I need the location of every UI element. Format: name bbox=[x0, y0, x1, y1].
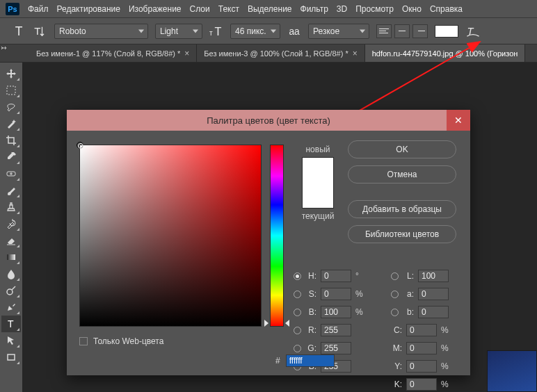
pen-tool[interactable] bbox=[1, 299, 21, 316]
dialog-title: Палитра цветов (цвет текста) bbox=[207, 115, 330, 126]
saturation-value-field[interactable] bbox=[79, 145, 262, 327]
radio-r[interactable] bbox=[294, 327, 301, 334]
radio-s[interactable] bbox=[294, 291, 301, 298]
input-lab-b[interactable] bbox=[418, 306, 449, 318]
hsb-group: H: ° S: % B: % bbox=[294, 268, 365, 320]
eraser-tool[interactable] bbox=[1, 232, 21, 249]
sv-cursor-icon bbox=[77, 142, 83, 149]
unit-percent: % bbox=[441, 343, 451, 353]
menu-window[interactable]: Окно bbox=[402, 4, 422, 14]
label-l: L: bbox=[403, 271, 414, 281]
rectangle-tool[interactable] bbox=[1, 349, 21, 366]
gradient-tool[interactable] bbox=[1, 249, 21, 266]
align-center-button[interactable] bbox=[394, 24, 410, 38]
crop-tool[interactable] bbox=[1, 132, 21, 149]
menu-edit[interactable]: Редактирование bbox=[57, 4, 120, 14]
input-b[interactable] bbox=[321, 306, 351, 318]
add-to-swatches-button[interactable]: Добавить в образцы bbox=[348, 200, 456, 218]
font-family-value: Roboto bbox=[59, 26, 86, 36]
label-a: a: bbox=[403, 289, 414, 299]
input-l[interactable] bbox=[418, 270, 449, 282]
options-bar: T T Roboto Light тТ 46 пикс. aa Резкое T bbox=[0, 18, 537, 44]
label-m: M: bbox=[391, 343, 402, 353]
radio-g[interactable] bbox=[294, 345, 301, 352]
move-tool[interactable] bbox=[1, 65, 21, 82]
font-size-select[interactable]: 46 пикс. bbox=[230, 24, 280, 39]
unit-percent: % bbox=[441, 325, 451, 335]
menu-filter[interactable]: Фильтр bbox=[300, 4, 328, 14]
document-tab[interactable]: Без имени-3 @ 100% (Слой 1, RGB/8#) * × bbox=[197, 44, 364, 62]
clone-stamp-tool[interactable] bbox=[1, 199, 21, 215]
path-selection-tool[interactable] bbox=[1, 332, 21, 349]
label-h: H: bbox=[305, 271, 316, 281]
dialog-titlebar[interactable]: Палитра цветов (цвет текста) ✕ bbox=[67, 110, 470, 131]
menu-image[interactable]: Изображение bbox=[129, 4, 182, 14]
blur-tool[interactable] bbox=[1, 266, 21, 282]
input-h[interactable] bbox=[321, 270, 351, 282]
radio-lab-b[interactable] bbox=[391, 309, 399, 316]
color-compare-swatch[interactable] bbox=[302, 157, 334, 209]
warp-text-icon[interactable]: T bbox=[465, 24, 481, 38]
dodge-tool[interactable] bbox=[1, 282, 21, 299]
hue-slider[interactable] bbox=[270, 145, 284, 327]
cancel-button[interactable]: Отмена bbox=[348, 165, 456, 183]
menu-type[interactable]: Текст bbox=[218, 4, 239, 14]
close-icon[interactable]: × bbox=[184, 49, 189, 58]
panel-expand-icon[interactable] bbox=[0, 44, 10, 51]
unit-percent: % bbox=[355, 307, 365, 317]
align-right-button[interactable] bbox=[412, 24, 428, 38]
menu-help[interactable]: Справка bbox=[430, 4, 463, 14]
dialog-buttons: OK Отмена Добавить в образцы Библиотеки … bbox=[348, 140, 456, 243]
web-colors-label: Только Web-цвета bbox=[93, 336, 163, 346]
lasso-tool[interactable] bbox=[1, 99, 21, 115]
new-color-label: новый bbox=[294, 145, 342, 154]
radio-l[interactable] bbox=[391, 272, 399, 280]
antialias-value: Резкое bbox=[313, 26, 339, 36]
svg-text:т: т bbox=[209, 29, 213, 37]
color-libraries-button[interactable]: Библиотеки цветов bbox=[348, 225, 456, 243]
input-g[interactable] bbox=[321, 342, 351, 354]
checkbox-icon[interactable] bbox=[79, 337, 88, 345]
menu-3d[interactable]: 3D bbox=[337, 4, 347, 14]
menu-select[interactable]: Выделение bbox=[248, 4, 292, 14]
antialias-select[interactable]: Резкое bbox=[308, 24, 369, 39]
font-weight-select[interactable]: Light bbox=[155, 24, 202, 39]
input-c[interactable] bbox=[406, 324, 437, 336]
menu-layers[interactable]: Слои bbox=[190, 4, 210, 14]
brush-tool[interactable] bbox=[1, 182, 21, 199]
svg-rect-9 bbox=[7, 254, 15, 260]
tool-preset-icon[interactable]: T bbox=[13, 24, 26, 38]
document-tab[interactable]: hdfon.ru-447579140.jpg @ 100% (Горизон bbox=[365, 44, 526, 62]
healing-brush-tool[interactable] bbox=[1, 165, 21, 182]
type-tool[interactable]: T bbox=[1, 316, 21, 332]
text-color-swatch[interactable] bbox=[435, 25, 458, 38]
radio-b[interactable] bbox=[294, 309, 301, 316]
unit-percent: % bbox=[441, 361, 451, 371]
eyedropper-tool[interactable] bbox=[1, 149, 21, 165]
radio-h[interactable] bbox=[294, 272, 301, 280]
orientation-icon[interactable]: T bbox=[33, 24, 47, 38]
close-icon[interactable]: × bbox=[353, 49, 358, 58]
input-m[interactable] bbox=[406, 342, 437, 354]
image-preview bbox=[487, 350, 537, 392]
radio-a[interactable] bbox=[391, 291, 399, 298]
input-k[interactable] bbox=[406, 378, 437, 391]
hex-input[interactable] bbox=[286, 354, 335, 367]
input-s[interactable] bbox=[321, 288, 351, 300]
menu-file[interactable]: Файл bbox=[28, 4, 49, 14]
history-brush-tool[interactable] bbox=[1, 215, 21, 232]
ok-button[interactable]: OK bbox=[348, 140, 456, 158]
input-a[interactable] bbox=[418, 288, 449, 300]
align-left-button[interactable] bbox=[376, 24, 392, 38]
marquee-tool[interactable] bbox=[1, 82, 21, 99]
unit-degree: ° bbox=[355, 271, 365, 281]
web-colors-only[interactable]: Только Web-цвета bbox=[79, 336, 163, 346]
input-y[interactable] bbox=[406, 360, 437, 373]
close-button[interactable]: ✕ bbox=[447, 110, 470, 131]
menu-view[interactable]: Просмотр bbox=[355, 4, 394, 14]
magic-wand-tool[interactable] bbox=[1, 115, 21, 132]
svg-point-10 bbox=[7, 289, 13, 295]
input-r[interactable] bbox=[321, 324, 351, 336]
font-family-select[interactable]: Roboto bbox=[54, 24, 148, 39]
document-tab[interactable]: Без имени-1 @ 117% (Слой 8, RGB/8#) * × bbox=[29, 44, 197, 62]
